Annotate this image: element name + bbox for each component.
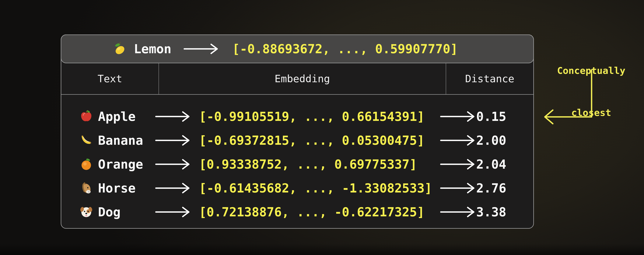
row-label: Banana <box>98 133 155 148</box>
elbow-arrow-icon <box>539 69 594 125</box>
query-label: Lemon <box>134 42 172 56</box>
right-arrow-icon <box>440 182 476 194</box>
column-header-text: Text <box>61 63 158 94</box>
right-arrow-icon <box>440 134 476 146</box>
row-label: Dog <box>98 205 155 219</box>
orange-icon <box>80 157 93 171</box>
right-arrow-icon <box>440 158 476 170</box>
query-row: Lemon [-0.88693672, ..., 0.59907770] <box>61 35 534 63</box>
column-header-row: Text Embedding Distance <box>61 63 533 95</box>
apple-icon <box>80 110 93 123</box>
column-header-distance: Distance <box>446 63 533 94</box>
right-arrow-icon <box>440 206 476 218</box>
table-row: Banana [-0.69372815, ..., 0.05300475] 2.… <box>61 128 533 152</box>
right-arrow-icon <box>155 158 191 170</box>
row-embedding: [-0.61435682, ..., -1.33082533] <box>199 181 440 195</box>
table-body: Apple [-0.99105519, ..., 0.66154391] 0.1… <box>61 95 533 224</box>
dog-icon <box>80 205 93 219</box>
row-label: Apple <box>98 109 155 124</box>
row-distance: 0.15 <box>476 109 533 124</box>
embedding-table-card: Lemon [-0.88693672, ..., 0.59907770] Tex… <box>61 35 534 229</box>
lemon-icon <box>112 42 127 56</box>
row-label: Orange <box>98 157 155 172</box>
row-distance: 3.38 <box>476 205 533 219</box>
right-arrow-icon <box>440 110 476 123</box>
table-row: Dog [0.72138876, ..., -0.62217325] 3.38 <box>61 200 533 224</box>
right-arrow-icon <box>183 43 219 55</box>
row-embedding: [-0.69372815, ..., 0.05300475] <box>199 133 440 148</box>
banana-icon <box>80 134 93 147</box>
right-arrow-icon <box>155 134 191 146</box>
table-row: Orange [0.93338752, ..., 0.69775337] 2.0… <box>61 152 533 176</box>
row-label: Horse <box>98 181 155 195</box>
row-distance: 2.04 <box>476 157 533 172</box>
right-arrow-icon <box>155 182 191 194</box>
horse-icon <box>80 181 93 195</box>
row-distance: 2.76 <box>476 181 533 195</box>
row-embedding: [0.93338752, ..., 0.69775337] <box>199 157 440 172</box>
query-embedding: [-0.88693672, ..., 0.59907770] <box>232 42 458 56</box>
row-distance: 2.00 <box>476 133 533 148</box>
table-row: Horse [-0.61435682, ..., -1.33082533] 2.… <box>61 176 533 200</box>
right-arrow-icon <box>155 206 191 218</box>
row-embedding: [-0.99105519, ..., 0.66154391] <box>199 109 440 124</box>
row-embedding: [0.72138876, ..., -0.62217325] <box>199 205 440 219</box>
embedding-distance-diagram: Lemon [-0.88693672, ..., 0.59907770] Tex… <box>0 0 644 255</box>
column-header-embedding: Embedding <box>158 63 446 94</box>
table-row: Apple [-0.99105519, ..., 0.66154391] 0.1… <box>61 105 533 128</box>
right-arrow-icon <box>155 110 191 123</box>
